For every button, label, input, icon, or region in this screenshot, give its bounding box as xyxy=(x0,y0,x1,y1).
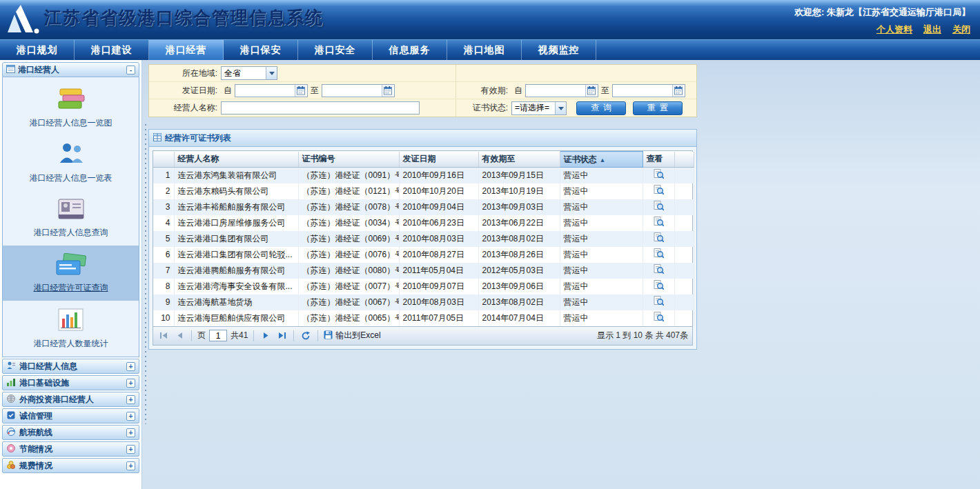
next-page-icon[interactable] xyxy=(259,330,272,342)
cell-operator-name: 连云港海巨船舶供应有限公司 xyxy=(174,310,298,326)
col-header-issue-date[interactable]: 发证日期 xyxy=(399,152,478,168)
col-header-num[interactable] xyxy=(153,152,174,168)
nav-tab[interactable]: 港口保安 xyxy=(224,40,298,60)
table-row[interactable]: 6 连云港港口集团有限公司轮驳... （苏连）港经证（0076）号 2010年0… xyxy=(153,247,694,263)
cell-valid-until: 2013年08月26日 xyxy=(478,247,560,263)
table-row[interactable]: 3 连云港丰裕船舶服务有限公司 （苏连）港经证（0078）号 2010年09月0… xyxy=(153,199,694,215)
integrity-check-icon xyxy=(6,410,16,422)
cell-issue-date: 2010年09月16日 xyxy=(399,168,478,183)
cell-operator-name: 连云港东鸿集装箱有限公司 xyxy=(174,168,298,183)
view-icon[interactable] xyxy=(654,201,664,213)
sidebar-item-license-query[interactable]: 港口经营许可证查询 xyxy=(3,246,139,301)
total-pages: 共41 xyxy=(231,330,248,341)
col-header-view[interactable]: 查看 xyxy=(643,152,674,168)
header-link[interactable]: 个人资料 xyxy=(876,23,912,36)
search-button[interactable]: 查询 xyxy=(576,101,626,115)
page-number-input[interactable] xyxy=(209,330,227,341)
search-row-dates: 发证日期: 自 至 xyxy=(149,82,696,99)
sidebar-item-operator-overview-table[interactable]: 港口经营人信息一览表 xyxy=(3,135,139,190)
sidebar-item-operator-info-query[interactable]: 港口经营人信息查询 xyxy=(3,190,139,246)
view-icon[interactable] xyxy=(654,169,664,181)
col-header-cert-status[interactable]: 证书状态▲ xyxy=(560,152,643,168)
nav-tab[interactable]: 港口安全 xyxy=(298,40,373,60)
expand-button[interactable]: + xyxy=(126,395,135,404)
grid-icon xyxy=(153,133,161,143)
sidebar-panel-header-port-operator[interactable]: 港口经营人 - xyxy=(2,62,139,77)
nav-tab[interactable]: 港口经营 xyxy=(149,40,224,60)
expand-button[interactable]: + xyxy=(126,412,135,421)
table-row[interactable]: 4 连云港港口房屋维修服务公司 （苏连）港经证（0034）号 2010年06月2… xyxy=(153,215,694,231)
view-icon[interactable] xyxy=(654,280,664,292)
sidebar-item-operator-overview-chart[interactable]: 港口经营人信息一览图 xyxy=(3,80,139,135)
table-row[interactable]: 10 连云港海巨船舶供应有限公司 （苏连）港经证（0065）号 2011年07月… xyxy=(153,310,694,326)
table-row[interactable]: 7 连云港港腾船舶服务有限公司 （苏连）港经证（0080）号 2011年05月0… xyxy=(153,263,694,279)
issue-date-to-input[interactable] xyxy=(322,85,382,97)
table-row[interactable]: 5 连云港港口集团有限公司 （苏连）港经证（0069）号 2010年08月03日… xyxy=(153,231,694,247)
prev-page-icon[interactable] xyxy=(173,330,186,342)
view-icon[interactable] xyxy=(654,248,664,261)
coins-icon xyxy=(6,460,16,472)
panel-window-icon xyxy=(6,65,15,75)
calendar-icon[interactable] xyxy=(382,85,393,97)
nav-tab[interactable]: 港口地图 xyxy=(447,40,522,60)
validity-to-input[interactable] xyxy=(613,85,672,97)
sidebar-panel-operator-info[interactable]: 港口经营人信息 + xyxy=(2,359,139,374)
header-link[interactable]: 关闭 xyxy=(952,23,970,36)
table-row[interactable]: 2 连云港东粮码头有限公司 （苏连）港经证（0121）号 2010年10月20日… xyxy=(153,183,694,199)
last-page-icon[interactable] xyxy=(275,330,288,342)
reset-button[interactable]: 重置 xyxy=(633,101,683,115)
view-icon[interactable] xyxy=(654,217,664,229)
view-icon[interactable] xyxy=(654,312,664,324)
calendar-icon[interactable] xyxy=(672,85,683,97)
calendar-icon[interactable] xyxy=(295,85,306,97)
main-nav: 港口规划 港口建设 港口经营 港口保安 港口安全 信息服务 港口地图 xyxy=(0,39,980,60)
expand-button[interactable]: + xyxy=(126,362,135,371)
expand-button[interactable]: + xyxy=(126,461,135,470)
header-link[interactable]: 退出 xyxy=(923,23,941,36)
cell-valid-until: 2013年10月19日 xyxy=(478,183,560,199)
col-header-valid-until[interactable]: 有效期至 xyxy=(478,152,560,168)
issue-date-from-input[interactable] xyxy=(235,85,295,97)
view-icon[interactable] xyxy=(654,232,664,245)
nav-tab[interactable]: 港口规划 xyxy=(0,40,75,60)
col-header-operator-name[interactable]: 经营人名称 xyxy=(174,152,298,168)
table-row[interactable]: 8 连云港港湾海事安全设备有限... （苏连）港经证（0077）号 2010年0… xyxy=(153,279,694,295)
sidebar-splitter[interactable] xyxy=(142,60,148,489)
col-header-cert-no[interactable]: 证书编号 xyxy=(298,152,399,168)
sidebar-panel-energy-saving[interactable]: 节能情况 + xyxy=(2,441,139,457)
operator-name-input[interactable] xyxy=(221,101,420,114)
table-row[interactable]: 1 连云港东鸿集装箱有限公司 （苏连）港经证（0091）号 2010年09月16… xyxy=(153,168,694,183)
region-select[interactable]: 全省 xyxy=(221,66,277,80)
cell-valid-until: 2013年09月15日 xyxy=(478,168,560,183)
cell-issue-date: 2010年06月23日 xyxy=(399,215,478,231)
cell-valid-until: 2013年09月06日 xyxy=(478,279,560,295)
first-page-icon[interactable] xyxy=(157,330,170,342)
sidebar-panel-fees[interactable]: 规费情况 + xyxy=(2,458,139,473)
nav-tab[interactable]: 视频监控 xyxy=(522,40,596,60)
sidebar-panel-body: 港口经营人信息一览图 港口经营人信息一览表 xyxy=(2,77,139,357)
bar-chart-icon xyxy=(57,308,85,335)
cell-valid-until: 2014年07月04日 xyxy=(478,310,560,326)
sidebar-item-operator-statistics[interactable]: 港口经营人数量统计 xyxy=(3,301,139,356)
export-excel-button[interactable]: 输出到Excel xyxy=(324,330,380,341)
table-row[interactable]: 9 连云港海航基地货场 （苏连）港经证（0067）号 2010年08月03日 2… xyxy=(153,295,694,310)
collapse-button[interactable]: - xyxy=(126,66,135,74)
nav-tab[interactable]: 信息服务 xyxy=(373,40,447,60)
calendar-icon[interactable] xyxy=(585,85,596,97)
expand-button[interactable]: + xyxy=(126,445,135,454)
sidebar-panel-routes[interactable]: 航班航线 + xyxy=(2,425,139,440)
refresh-icon[interactable] xyxy=(300,330,312,342)
cell-status: 营运中 xyxy=(560,279,643,295)
sidebar-panel-title: 港口经营人 xyxy=(18,64,124,76)
sidebar-panel-infrastructure[interactable]: 港口基础设施 + xyxy=(2,375,139,390)
expand-button[interactable]: + xyxy=(126,428,135,437)
sidebar-panel-integrity[interactable]: 诚信管理 + xyxy=(2,408,139,423)
view-icon[interactable] xyxy=(654,185,664,197)
nav-tab[interactable]: 港口建设 xyxy=(75,40,149,60)
validity-from-input[interactable] xyxy=(526,85,585,97)
cert-status-select[interactable]: =请选择= xyxy=(511,101,567,115)
sidebar-panel-foreign-investment[interactable]: 外商投资港口经营人 + xyxy=(2,392,139,407)
view-icon[interactable] xyxy=(654,296,664,308)
expand-button[interactable]: + xyxy=(126,379,135,388)
view-icon[interactable] xyxy=(654,264,664,277)
